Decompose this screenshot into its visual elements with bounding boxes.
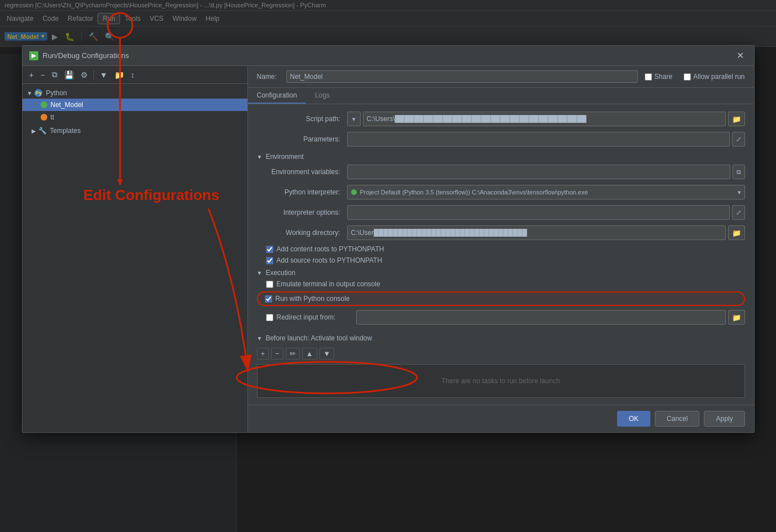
before-launch-down-btn[interactable]: ▼ <box>320 348 335 360</box>
python-group-header[interactable]: ▼ Py Python <box>23 87 247 99</box>
name-input[interactable] <box>286 70 638 83</box>
share-checkbox[interactable] <box>645 73 652 81</box>
add-content-roots-row: Add content roots to PYTHONPATH <box>257 245 745 253</box>
dialog-icon: ▶ <box>29 51 38 60</box>
before-launch-arrow: ▼ <box>257 335 263 342</box>
add-config-btn[interactable]: + <box>27 69 36 81</box>
parameters-expand-btn[interactable]: ⤢ <box>732 132 745 147</box>
environment-section-header[interactable]: ▼ Environment <box>257 153 745 161</box>
parallel-checkbox[interactable] <box>684 73 691 81</box>
config-tree: ▼ Py Python Net_Model tt <box>23 84 247 432</box>
redirect-input-browse-btn[interactable]: 📁 <box>728 310 745 325</box>
settings-config-btn[interactable]: ⚙ <box>78 69 90 81</box>
before-launch-header[interactable]: ▼ Before launch: Activate tool window <box>257 334 745 342</box>
parallel-checkbox-label[interactable]: Allow parallel run <box>684 73 744 81</box>
dialog-titlebar-left: ▶ Run/Debug Configurations <box>29 51 129 60</box>
python-interpreter-row: Python interpreter: Project Default (Pyt… <box>257 184 745 200</box>
add-content-roots-text: Add content roots to PYTHONPATH <box>277 245 384 253</box>
tabs-row: Configuration Logs <box>248 88 754 104</box>
env-variables-copy-btn[interactable]: ⧉ <box>733 165 745 179</box>
right-panel: Name: Share Allow parallel run <box>248 66 754 432</box>
netmodel-icon <box>41 101 47 108</box>
templates-item[interactable]: ▶ 🔧 Templates <box>23 125 247 137</box>
redirect-input-area: 📁 <box>356 310 745 325</box>
redirect-input-row: Redirect input from: 📁 <box>266 309 745 325</box>
before-launch-label: Before launch: Activate tool window <box>265 334 372 342</box>
interpreter-options-expand-btn[interactable]: ⤢ <box>732 205 745 220</box>
script-path-input[interactable] <box>363 112 726 126</box>
dialog-title: Run/Debug Configurations <box>43 51 129 60</box>
script-path-dropdown[interactable]: ▾ <box>347 112 361 126</box>
env-variables-input-area: ⧉ <box>347 165 745 179</box>
tab-logs[interactable]: Logs <box>306 88 339 104</box>
interpreter-options-input[interactable] <box>347 205 730 220</box>
config-content: Script path: ▾ 📁 Parameters: <box>248 104 754 405</box>
add-source-roots-checkbox[interactable] <box>266 257 273 264</box>
sort-config-btn[interactable]: ▼ <box>97 69 110 81</box>
run-debug-dialog: ▶ Run/Debug Configurations ✕ + − ⧉ 💾 ⚙ <box>22 45 755 433</box>
parameters-row: Parameters: ⤢ <box>257 131 745 147</box>
interpreter-dropdown-arrow: ▾ <box>738 189 741 196</box>
copy-config-btn[interactable]: ⧉ <box>50 69 60 81</box>
before-launch-edit-btn[interactable]: ✏ <box>286 348 300 360</box>
share-label-text: Share <box>654 73 672 81</box>
env-variables-input[interactable] <box>347 165 730 179</box>
tree-item-netmodel-label: Net_Model <box>51 101 83 109</box>
emulate-terminal-checkbox[interactable] <box>266 281 273 288</box>
cancel-button[interactable]: Cancel <box>655 411 699 427</box>
interpreter-value: Project Default (Python 3.5 (tensorflow)… <box>360 189 588 196</box>
name-row: Name: Share Allow parallel run <box>248 66 754 88</box>
run-python-console-label[interactable]: Run with Python console <box>265 295 350 303</box>
ok-button[interactable]: OK <box>617 411 650 427</box>
add-content-roots-label[interactable]: Add content roots to PYTHONPATH <box>266 245 384 253</box>
env-variables-label: Environment variables: <box>257 168 347 176</box>
run-python-console-checkbox[interactable] <box>265 295 272 303</box>
tree-item-tt[interactable]: tt <box>23 111 247 123</box>
redirect-input-label[interactable]: Redirect input from: <box>266 313 356 321</box>
redirect-input-checkbox[interactable] <box>266 314 273 321</box>
save-config-btn[interactable]: 💾 <box>62 69 76 81</box>
run-python-console-row: Run with Python console <box>257 291 745 306</box>
emulate-terminal-row: Emulate terminal in output console <box>257 280 745 288</box>
environment-section-label: Environment <box>265 153 303 161</box>
add-source-roots-label[interactable]: Add source roots to PYTHONPATH <box>266 256 383 264</box>
tt-icon <box>41 114 47 121</box>
add-source-roots-row: Add source roots to PYTHONPATH <box>257 256 745 264</box>
parameters-input-area: ⤢ <box>347 132 745 147</box>
folder-config-btn[interactable]: 📁 <box>112 69 126 81</box>
environment-arrow: ▼ <box>257 154 263 160</box>
left-panel: + − ⧉ 💾 ⚙ ▼ 📁 ↕ ▼ <box>23 66 248 432</box>
remove-config-btn[interactable]: − <box>38 69 47 81</box>
emulate-terminal-text: Emulate terminal in output console <box>277 280 380 288</box>
no-tasks-text: There are no tasks to run before launch <box>441 377 560 385</box>
emulate-terminal-label[interactable]: Emulate terminal in output console <box>266 280 380 288</box>
dialog-body: + − ⧉ 💾 ⚙ ▼ 📁 ↕ ▼ <box>23 66 754 432</box>
run-python-console-text: Run with Python console <box>276 295 350 303</box>
tree-item-netmodel[interactable]: Net_Model <box>23 99 247 111</box>
interpreter-options-row: Interpreter options: ⤢ <box>257 205 745 220</box>
before-launch-up-btn[interactable]: ▲ <box>302 348 317 360</box>
before-launch-remove-btn[interactable]: − <box>271 348 283 360</box>
apply-button[interactable]: Apply <box>704 411 744 427</box>
left-toolbar-sep <box>94 70 94 79</box>
dialog-close-button[interactable]: ✕ <box>733 49 747 62</box>
share-checkbox-label[interactable]: Share <box>645 73 672 81</box>
parameters-input[interactable] <box>347 132 730 147</box>
execution-arrow: ▼ <box>257 270 263 276</box>
templates-arrow: ▶ <box>32 128 36 134</box>
move-config-btn[interactable]: ↕ <box>128 69 137 81</box>
wrench-icon: 🔧 <box>38 127 47 135</box>
tab-configuration[interactable]: Configuration <box>248 88 306 104</box>
script-path-input-area: ▾ 📁 <box>347 112 745 126</box>
script-path-browse-btn[interactable]: 📁 <box>728 112 745 126</box>
working-dir-input[interactable] <box>347 225 726 240</box>
execution-section-header[interactable]: ▼ Execution <box>257 269 745 277</box>
dialog-overlay: ▶ Run/Debug Configurations ✕ + − ⧉ 💾 ⚙ <box>0 0 776 532</box>
interpreter-selector[interactable]: Project Default (Python 3.5 (tensorflow)… <box>347 185 745 200</box>
redirect-input-field[interactable] <box>356 310 726 325</box>
left-panel-toolbar: + − ⧉ 💾 ⚙ ▼ 📁 ↕ <box>23 66 247 84</box>
working-dir-label: Working directory: <box>257 229 347 237</box>
working-dir-browse-btn[interactable]: 📁 <box>728 225 745 240</box>
before-launch-add-btn[interactable]: + <box>257 348 269 360</box>
add-content-roots-checkbox[interactable] <box>266 246 273 253</box>
